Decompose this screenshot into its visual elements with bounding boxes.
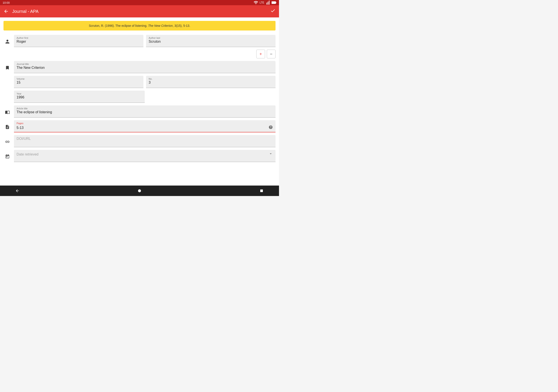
pages-field[interactable]: Pages 5-13 xyxy=(14,120,276,132)
number-value: 3 xyxy=(149,81,273,85)
date-retrieved-row: Date retrieved xyxy=(3,150,276,162)
save-check-button[interactable] xyxy=(270,8,276,15)
doi-url-row: DOI/URL xyxy=(3,135,276,147)
bookmark-icon xyxy=(3,61,11,70)
add-remove-row: + − xyxy=(14,50,276,58)
journal-title-fields: Journal title The New Criterion xyxy=(14,61,276,73)
calendar-icon xyxy=(3,150,11,159)
back-button[interactable] xyxy=(3,9,9,14)
citation-preview: Scruton, R. (1996). The eclipse of liste… xyxy=(3,21,276,31)
author-row: Author first Roger Author last Scruton xyxy=(3,35,276,47)
document-icon xyxy=(3,120,11,129)
wifi-icon xyxy=(253,0,258,5)
volume-number-fields: Volume 15 No. 3 xyxy=(14,76,276,88)
citation-text-before-italic: Scruton, R. (1996). The eclipse of liste… xyxy=(89,24,148,27)
book-open-icon xyxy=(3,105,11,115)
doi-url-placeholder: DOI/URL xyxy=(17,137,273,141)
volume-number-row: Volume 15 No. 3 xyxy=(3,76,276,88)
article-title-row: Article title The eclipse of listening xyxy=(3,105,276,118)
number-label: No. xyxy=(149,77,273,80)
journal-title-field[interactable]: Journal title The New Criterion xyxy=(14,61,276,73)
doi-url-field[interactable]: DOI/URL xyxy=(14,135,276,147)
main-content: Scruton, R. (1996). The eclipse of liste… xyxy=(0,17,279,186)
lte-label: LTE xyxy=(260,1,264,4)
author-last-value: Scruton xyxy=(149,40,273,43)
number-field[interactable]: No. 3 xyxy=(146,76,276,88)
volume-label: Volume xyxy=(17,77,141,80)
battery-icon xyxy=(272,1,276,4)
nav-recents-button[interactable] xyxy=(257,187,266,195)
person-icon xyxy=(3,35,11,44)
nav-home-button[interactable] xyxy=(135,187,144,195)
journal-title-value: The New Criterion xyxy=(17,66,273,70)
year-field[interactable]: Year 1996 xyxy=(14,91,145,103)
nav-bar xyxy=(0,186,279,196)
signal-icon xyxy=(265,0,270,5)
svg-rect-1 xyxy=(276,2,276,3)
citation-italic-text: The New Criterion xyxy=(148,24,173,27)
year-fields: Year 1996 xyxy=(14,91,276,103)
status-bar: 10:00 LTE xyxy=(0,0,279,5)
year-row: Year 1996 xyxy=(3,91,276,103)
author-fields: Author first Roger Author last Scruton xyxy=(14,35,276,47)
app-bar-title: Journal - APA xyxy=(12,9,39,14)
article-title-label: Article title xyxy=(17,107,273,110)
citation-text-after-italic: , 3(15), 5-13. xyxy=(173,24,190,27)
pages-value: 5-13 xyxy=(17,126,269,130)
app-bar: Journal - APA xyxy=(0,5,279,17)
article-title-fields: Article title The eclipse of listening xyxy=(14,105,276,118)
date-retrieved-container: Date retrieved xyxy=(17,152,273,157)
date-retrieved-placeholder: Date retrieved xyxy=(17,153,269,156)
author-first-field[interactable]: Author first Roger xyxy=(14,35,143,47)
nav-back-button[interactable] xyxy=(13,187,22,195)
journal-title-label: Journal title xyxy=(17,63,273,65)
help-icon[interactable] xyxy=(269,125,273,130)
volume-field[interactable]: Volume 15 xyxy=(14,76,143,88)
app-bar-left: Journal - APA xyxy=(3,9,39,14)
journal-title-row: Journal title The New Criterion xyxy=(3,61,276,73)
pages-value-container: 5-13 xyxy=(17,125,273,130)
pages-row: Pages 5-13 xyxy=(3,120,276,132)
author-last-field[interactable]: Author last Scruton xyxy=(146,35,276,47)
date-retrieved-field[interactable]: Date retrieved xyxy=(14,150,276,162)
year-label: Year xyxy=(17,92,142,95)
add-author-button[interactable]: + xyxy=(256,50,265,58)
author-first-value: Roger xyxy=(17,40,141,43)
status-icons: LTE xyxy=(253,0,276,5)
article-title-value: The eclipse of listening xyxy=(17,110,273,114)
doi-url-fields: DOI/URL xyxy=(14,135,276,147)
svg-rect-0 xyxy=(272,1,276,4)
dropdown-arrow-icon xyxy=(269,152,273,157)
link-icon xyxy=(3,135,11,144)
svg-point-2 xyxy=(138,189,141,192)
time-display: 10:00 xyxy=(3,1,10,4)
author-first-label: Author first xyxy=(17,37,141,39)
article-title-field[interactable]: Article title The eclipse of listening xyxy=(14,105,276,118)
svg-rect-3 xyxy=(260,189,263,192)
author-last-label: Author last xyxy=(149,37,273,39)
year-value: 1996 xyxy=(17,95,142,99)
remove-author-button[interactable]: − xyxy=(267,50,276,58)
pages-label: Pages xyxy=(17,122,273,125)
volume-value: 15 xyxy=(17,81,141,85)
date-retrieved-fields: Date retrieved xyxy=(14,150,276,162)
pages-fields: Pages 5-13 xyxy=(14,120,276,132)
